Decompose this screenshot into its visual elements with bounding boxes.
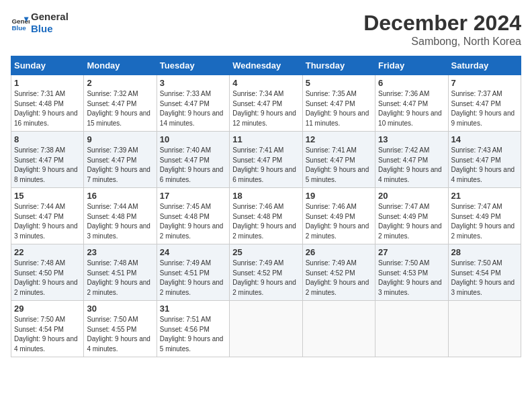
day-info: Sunrise: 7:44 AMSunset: 4:48 PMDaylight:… (87, 202, 153, 241)
day-number: 16 (87, 191, 153, 201)
calendar-cell (375, 301, 448, 357)
day-info: Sunrise: 7:43 AMSunset: 4:47 PMDaylight:… (451, 146, 518, 185)
main-container: General Blue General Blue December 2024 … (0, 0, 532, 364)
day-number: 29 (14, 304, 81, 314)
calendar-cell: 9 Sunrise: 7:39 AMSunset: 4:47 PMDayligh… (84, 132, 157, 188)
calendar-cell: 18 Sunrise: 7:46 AMSunset: 4:48 PMDaylig… (230, 188, 302, 244)
calendar-cell: 7 Sunrise: 7:37 AMSunset: 4:47 PMDayligh… (448, 75, 521, 132)
day-info: Sunrise: 7:47 AMSunset: 4:49 PMDaylight:… (451, 202, 518, 241)
day-info: Sunrise: 7:51 AMSunset: 4:56 PMDaylight:… (160, 315, 226, 354)
day-info: Sunrise: 7:48 AMSunset: 4:50 PMDaylight:… (14, 259, 81, 298)
calendar-cell: 22 Sunrise: 7:48 AMSunset: 4:50 PMDaylig… (11, 244, 84, 301)
day-info: Sunrise: 7:49 AMSunset: 4:51 PMDaylight:… (160, 259, 226, 298)
day-number: 30 (87, 304, 153, 314)
calendar-cell (230, 301, 302, 357)
header: General Blue General Blue December 2024 … (11, 11, 521, 48)
calendar-cell: 23 Sunrise: 7:48 AMSunset: 4:51 PMDaylig… (84, 244, 157, 301)
day-number: 17 (160, 191, 226, 201)
day-info: Sunrise: 7:33 AMSunset: 4:47 PMDaylight:… (160, 89, 226, 128)
logo: General Blue General Blue (11, 11, 69, 35)
day-info: Sunrise: 7:50 AMSunset: 4:54 PMDaylight:… (14, 315, 81, 354)
week-row-5: 29 Sunrise: 7:50 AMSunset: 4:54 PMDaylig… (11, 301, 521, 357)
day-info: Sunrise: 7:47 AMSunset: 4:49 PMDaylight:… (378, 202, 445, 241)
calendar-cell: 29 Sunrise: 7:50 AMSunset: 4:54 PMDaylig… (11, 301, 84, 357)
day-number: 27 (378, 247, 445, 257)
day-info: Sunrise: 7:48 AMSunset: 4:51 PMDaylight:… (87, 259, 153, 298)
day-number: 14 (451, 134, 518, 144)
day-number: 18 (232, 191, 299, 201)
day-info: Sunrise: 7:49 AMSunset: 4:52 PMDaylight:… (306, 259, 372, 298)
day-number: 20 (378, 191, 445, 201)
week-row-2: 8 Sunrise: 7:38 AMSunset: 4:47 PMDayligh… (11, 132, 521, 188)
logo-blue: Blue (31, 23, 69, 35)
day-info: Sunrise: 7:39 AMSunset: 4:47 PMDaylight:… (87, 146, 153, 185)
day-info: Sunrise: 7:32 AMSunset: 4:47 PMDaylight:… (87, 89, 153, 128)
calendar-cell: 13 Sunrise: 7:42 AMSunset: 4:47 PMDaylig… (375, 132, 448, 188)
calendar-cell: 4 Sunrise: 7:34 AMSunset: 4:47 PMDayligh… (230, 75, 302, 132)
calendar-cell: 27 Sunrise: 7:50 AMSunset: 4:53 PMDaylig… (375, 244, 448, 301)
day-number: 31 (160, 304, 226, 314)
calendar-cell (448, 301, 521, 357)
day-number: 28 (451, 247, 518, 257)
day-header-monday: Monday (84, 56, 157, 75)
day-info: Sunrise: 7:40 AMSunset: 4:47 PMDaylight:… (160, 146, 226, 185)
calendar-cell: 20 Sunrise: 7:47 AMSunset: 4:49 PMDaylig… (375, 188, 448, 244)
day-header-sunday: Sunday (11, 56, 84, 75)
day-number: 7 (451, 78, 518, 88)
logo-icon: General Blue (11, 13, 30, 32)
calendar-cell: 19 Sunrise: 7:46 AMSunset: 4:49 PMDaylig… (302, 188, 375, 244)
day-header-friday: Friday (375, 56, 448, 75)
day-number: 23 (87, 247, 153, 257)
day-info: Sunrise: 7:49 AMSunset: 4:52 PMDaylight:… (232, 259, 299, 298)
day-number: 9 (87, 134, 153, 144)
day-number: 11 (232, 134, 299, 144)
day-number: 24 (160, 247, 226, 257)
month-title: December 2024 (363, 11, 521, 36)
day-number: 25 (232, 247, 299, 257)
day-info: Sunrise: 7:41 AMSunset: 4:47 PMDaylight:… (232, 146, 299, 185)
location-title: Sambong, North Korea (363, 36, 521, 48)
calendar-cell: 30 Sunrise: 7:50 AMSunset: 4:55 PMDaylig… (84, 301, 157, 357)
calendar-cell: 31 Sunrise: 7:51 AMSunset: 4:56 PMDaylig… (157, 301, 229, 357)
calendar-cell: 16 Sunrise: 7:44 AMSunset: 4:48 PMDaylig… (84, 188, 157, 244)
day-info: Sunrise: 7:50 AMSunset: 4:53 PMDaylight:… (378, 259, 445, 298)
day-header-thursday: Thursday (302, 56, 375, 75)
day-info: Sunrise: 7:31 AMSunset: 4:48 PMDaylight:… (14, 89, 81, 128)
calendar-cell: 24 Sunrise: 7:49 AMSunset: 4:51 PMDaylig… (157, 244, 229, 301)
day-number: 22 (14, 247, 81, 257)
day-number: 13 (378, 134, 445, 144)
logo-general: General (31, 11, 69, 23)
day-info: Sunrise: 7:37 AMSunset: 4:47 PMDaylight:… (451, 89, 518, 128)
calendar-cell: 10 Sunrise: 7:40 AMSunset: 4:47 PMDaylig… (157, 132, 229, 188)
svg-text:Blue: Blue (11, 24, 26, 32)
calendar-cell: 8 Sunrise: 7:38 AMSunset: 4:47 PMDayligh… (11, 132, 84, 188)
day-number: 26 (306, 247, 372, 257)
calendar-cell (302, 301, 375, 357)
calendar-cell: 21 Sunrise: 7:47 AMSunset: 4:49 PMDaylig… (448, 188, 521, 244)
calendar-cell: 11 Sunrise: 7:41 AMSunset: 4:47 PMDaylig… (230, 132, 302, 188)
title-block: December 2024 Sambong, North Korea (363, 11, 521, 48)
calendar-cell: 2 Sunrise: 7:32 AMSunset: 4:47 PMDayligh… (84, 75, 157, 132)
day-number: 2 (87, 78, 153, 88)
calendar-cell: 17 Sunrise: 7:45 AMSunset: 4:48 PMDaylig… (157, 188, 229, 244)
day-info: Sunrise: 7:36 AMSunset: 4:47 PMDaylight:… (378, 89, 445, 128)
day-number: 21 (451, 191, 518, 201)
day-info: Sunrise: 7:34 AMSunset: 4:47 PMDaylight:… (232, 89, 299, 128)
calendar-cell: 28 Sunrise: 7:50 AMSunset: 4:54 PMDaylig… (448, 244, 521, 301)
calendar-cell: 15 Sunrise: 7:44 AMSunset: 4:47 PMDaylig… (11, 188, 84, 244)
day-number: 8 (14, 134, 81, 144)
calendar-cell: 12 Sunrise: 7:41 AMSunset: 4:47 PMDaylig… (302, 132, 375, 188)
calendar-cell: 3 Sunrise: 7:33 AMSunset: 4:47 PMDayligh… (157, 75, 229, 132)
day-info: Sunrise: 7:38 AMSunset: 4:47 PMDaylight:… (14, 146, 81, 185)
day-number: 4 (232, 78, 299, 88)
calendar-table: SundayMondayTuesdayWednesdayThursdayFrid… (11, 56, 521, 357)
day-info: Sunrise: 7:50 AMSunset: 4:54 PMDaylight:… (451, 259, 518, 298)
day-number: 15 (14, 191, 81, 201)
calendar-cell: 14 Sunrise: 7:43 AMSunset: 4:47 PMDaylig… (448, 132, 521, 188)
calendar-cell: 6 Sunrise: 7:36 AMSunset: 4:47 PMDayligh… (375, 75, 448, 132)
day-header-tuesday: Tuesday (157, 56, 229, 75)
week-row-1: 1 Sunrise: 7:31 AMSunset: 4:48 PMDayligh… (11, 75, 521, 132)
day-number: 19 (306, 191, 372, 201)
day-info: Sunrise: 7:41 AMSunset: 4:47 PMDaylight:… (306, 146, 372, 185)
day-info: Sunrise: 7:35 AMSunset: 4:47 PMDaylight:… (306, 89, 372, 128)
